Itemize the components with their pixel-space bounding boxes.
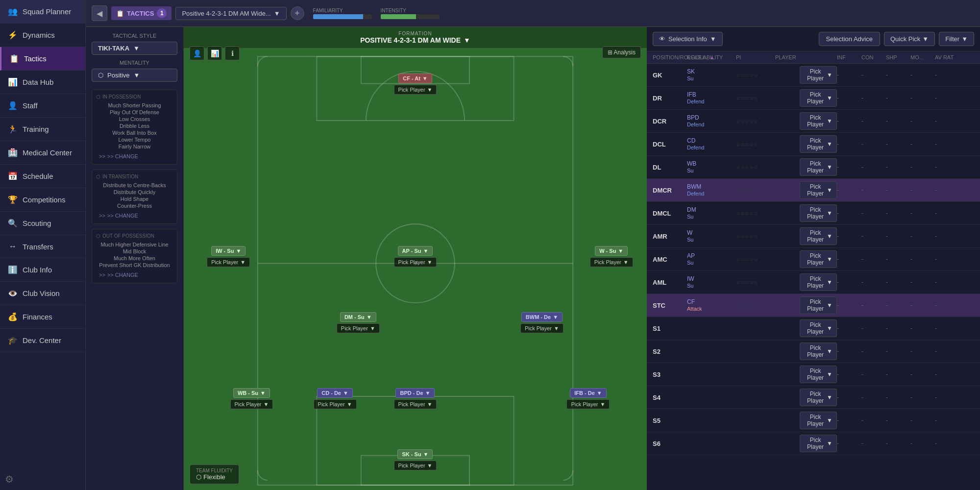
pick-player-button-4[interactable]: Pick Player ▼ xyxy=(800,158,837,176)
row-player-pick[interactable]: Pick Player ▼ xyxy=(800,250,837,268)
sidebar-item-training[interactable]: 🏃 Training xyxy=(0,118,85,141)
cd-player-pick[interactable]: Pick Player ▼ xyxy=(314,399,357,409)
pick-player-button-3[interactable]: Pick Player ▼ xyxy=(800,135,837,153)
table-row[interactable]: DMCL DM Su ☆☆☆☆☆ Pick Player ▼ - - - - - xyxy=(647,202,980,225)
table-row[interactable]: DL WB Su ☆☆☆☆☆ Pick Player ▼ - - - - - xyxy=(647,156,980,179)
sidebar-item-medical-center[interactable]: 🏥 Medical Center xyxy=(0,141,85,165)
row-player-pick[interactable]: Pick Player ▼ xyxy=(800,366,837,383)
pitch-chart-button[interactable]: 📊 xyxy=(207,47,222,60)
ap-player-pick[interactable]: Pick Player ▼ xyxy=(394,257,437,267)
pick-player-button-7[interactable]: Pick Player ▼ xyxy=(800,227,837,245)
col-inf[interactable]: INF xyxy=(837,54,861,60)
cf-role-badge[interactable]: CF - At ▼ xyxy=(398,74,432,83)
pitch-info-button[interactable]: ℹ xyxy=(225,47,240,60)
mentality-badge[interactable]: ⬡ Positive ▼ xyxy=(92,69,177,82)
row-player-pick[interactable]: Pick Player ▼ xyxy=(800,181,837,199)
col-position[interactable]: POSITION/ROLE/DU... ▲ xyxy=(653,54,687,60)
sidebar-item-scouting[interactable]: 🔍 Scouting xyxy=(0,212,85,235)
table-row[interactable]: DCR BPD Defend ☆☆☆☆☆ Pick Player ▼ - - -… xyxy=(647,110,980,133)
pick-player-button-8[interactable]: Pick Player ▼ xyxy=(800,250,837,268)
dm-role-badge[interactable]: DM - Su ▼ xyxy=(340,312,376,322)
table-row[interactable]: S1 Pick Player ▼ - - - - - xyxy=(647,317,980,340)
selection-info-button[interactable]: 👁 Selection Info ▼ xyxy=(653,32,723,46)
pick-player-button-13[interactable]: Pick Player ▼ xyxy=(800,366,837,383)
row-player-pick[interactable]: Pick Player ▼ xyxy=(800,66,837,84)
sidebar-item-schedule[interactable]: 📅 Schedule xyxy=(0,165,85,188)
row-player-pick[interactable]: Pick Player ▼ xyxy=(800,296,837,314)
tiki-taka-badge[interactable]: TIKI-TAKA ▼ xyxy=(92,42,177,55)
sidebar-item-club-vision[interactable]: 👁️ Club Vision xyxy=(0,282,85,305)
col-con[interactable]: CON xyxy=(861,54,886,60)
col-av-rat[interactable]: AV RAT xyxy=(935,54,974,60)
formation-select[interactable]: Positive 4-2-3-1 DM AM Wide... ▼ xyxy=(175,7,286,20)
settings-icon[interactable]: ⚙ xyxy=(5,474,14,485)
pick-player-button-10[interactable]: Pick Player ▼ xyxy=(800,296,837,314)
table-row[interactable]: DCL CD Defend ☆☆☆☆☆ Pick Player ▼ - - - … xyxy=(647,133,980,156)
cd-role-badge[interactable]: CD - De ▼ xyxy=(317,388,353,398)
add-tactic-button[interactable]: + xyxy=(291,6,304,20)
sidebar-item-transfers[interactable]: ↔️ Transfers xyxy=(0,235,85,258)
pick-player-button-0[interactable]: Pick Player ▼ xyxy=(800,66,837,84)
row-player-pick[interactable]: Pick Player ▼ xyxy=(800,112,837,130)
row-player-pick[interactable]: Pick Player ▼ xyxy=(800,389,837,406)
row-player-pick[interactable]: Pick Player ▼ xyxy=(800,412,837,429)
pick-player-button-14[interactable]: Pick Player ▼ xyxy=(800,389,837,406)
filter-button[interactable]: Filter ▼ xyxy=(939,32,974,46)
col-shp[interactable]: SHP xyxy=(886,54,910,60)
table-row[interactable]: S3 Pick Player ▼ - - - - - xyxy=(647,363,980,386)
gk-role-badge[interactable]: SK - Su ▼ xyxy=(397,449,433,459)
wb-player-pick[interactable]: Pick Player ▼ xyxy=(230,399,273,409)
pick-player-button-12[interactable]: Pick Player ▼ xyxy=(800,343,837,360)
sidebar-item-squad-planner[interactable]: 👥 Squad Planner xyxy=(0,0,85,24)
gk-player-pick[interactable]: Pick Player ▼ xyxy=(394,461,437,470)
formation-name-button[interactable]: POSITIVE 4-2-3-1 DM AM WIDE ▼ xyxy=(360,36,470,44)
bwm-role-badge[interactable]: BWM - De ▼ xyxy=(521,312,563,322)
col-player[interactable]: PLAYER xyxy=(775,54,800,60)
table-row[interactable]: S2 Pick Player ▼ - - - - - xyxy=(647,340,980,363)
pick-player-button-15[interactable]: Pick Player ▼ xyxy=(800,412,837,429)
row-player-pick[interactable]: Pick Player ▼ xyxy=(800,319,837,337)
w-player-pick[interactable]: Pick Player ▼ xyxy=(590,257,633,267)
table-row[interactable]: GK SK Su ☆☆☆☆☆ Pick Player ▼ - - - - - xyxy=(647,64,980,87)
bpd-player-pick[interactable]: Pick Player ▼ xyxy=(394,399,437,409)
col-pi[interactable]: PI xyxy=(736,54,775,60)
in-transition-change-button[interactable]: >> >> CHANGE xyxy=(96,212,141,220)
pick-player-button-16[interactable]: Pick Player ▼ xyxy=(800,435,837,452)
bpd-role-badge[interactable]: BPD - De ▼ xyxy=(396,388,435,398)
sidebar-item-dev-center[interactable]: 🎓 Dev. Center xyxy=(0,329,85,352)
ifb-role-badge[interactable]: IFB - De ▼ xyxy=(570,388,606,398)
cf-player-pick[interactable]: Pick Player ▼ xyxy=(394,85,437,95)
col-role-ability[interactable]: ROLE ABILITY xyxy=(687,54,736,60)
sidebar-item-dynamics[interactable]: ⚡ Dynamics xyxy=(0,24,85,47)
ap-role-badge[interactable]: AP - Su ▼ xyxy=(398,246,433,256)
pick-player-button-2[interactable]: Pick Player ▼ xyxy=(800,112,837,130)
row-player-pick[interactable]: Pick Player ▼ xyxy=(800,135,837,153)
sidebar-item-staff[interactable]: 👤 Staff xyxy=(0,94,85,118)
row-player-pick[interactable]: Pick Player ▼ xyxy=(800,343,837,360)
table-row[interactable]: S6 Pick Player ▼ - - - - - xyxy=(647,432,980,455)
pick-player-button-9[interactable]: Pick Player ▼ xyxy=(800,273,837,291)
out-possession-change-button[interactable]: >> >> CHANGE xyxy=(96,271,141,279)
pick-player-button-11[interactable]: Pick Player ▼ xyxy=(800,319,837,337)
w-role-badge[interactable]: W - Su ▼ xyxy=(595,246,628,256)
table-row[interactable]: AMR W Su ☆☆☆☆☆ Pick Player ▼ - - - - - xyxy=(647,225,980,248)
row-player-pick[interactable]: Pick Player ▼ xyxy=(800,273,837,291)
sidebar-item-finances[interactable]: 💰 Finances xyxy=(0,305,85,329)
row-player-pick[interactable]: Pick Player ▼ xyxy=(800,89,837,107)
table-row[interactable]: STC CF Attack ☆☆☆☆☆ Pick Player ▼ - - - … xyxy=(647,294,980,317)
row-player-pick[interactable]: Pick Player ▼ xyxy=(800,158,837,176)
col-mo[interactable]: MO... xyxy=(910,54,935,60)
pick-player-button-6[interactable]: Pick Player ▼ xyxy=(800,204,837,222)
analysis-button[interactable]: ⊞ Analysis xyxy=(602,47,641,58)
wb-role-badge[interactable]: WB - Su ▼ xyxy=(233,388,270,398)
pick-player-button-1[interactable]: Pick Player ▼ xyxy=(800,89,837,107)
dm-player-pick[interactable]: Pick Player ▼ xyxy=(337,323,380,333)
in-possession-change-button[interactable]: >> >> CHANGE xyxy=(96,152,141,160)
table-row[interactable]: S5 Pick Player ▼ - - - - - xyxy=(647,409,980,432)
iw-player-pick[interactable]: Pick Player ▼ xyxy=(207,257,250,267)
table-row[interactable]: DMCR BWM Defend ☆☆☆☆☆ Pick Player ▼ - - … xyxy=(647,179,980,202)
pick-player-button-5[interactable]: Pick Player ▼ xyxy=(800,181,837,199)
sidebar-item-club-info[interactable]: ℹ️ Club Info xyxy=(0,258,85,282)
table-row[interactable]: DR IFB Defend ☆☆☆☆☆ Pick Player ▼ - - - … xyxy=(647,87,980,110)
pitch-player-icon-button[interactable]: 👤 xyxy=(190,47,204,60)
